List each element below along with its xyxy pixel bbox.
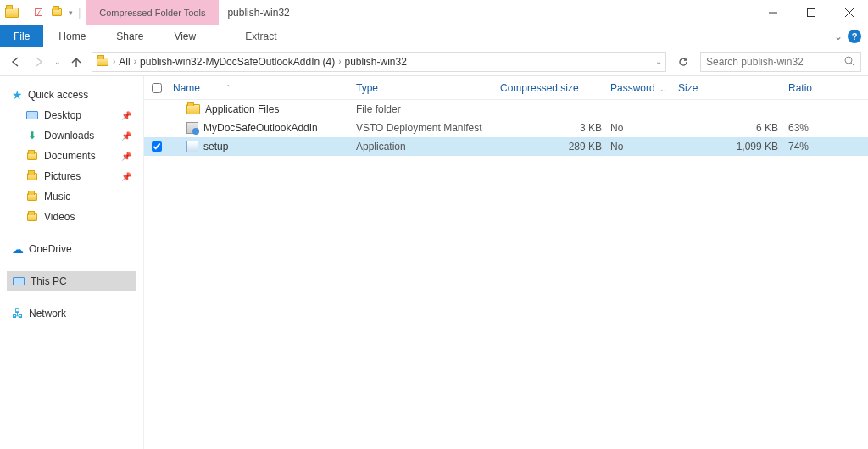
sidebar-item-label: Videos — [44, 211, 75, 223]
folder-icon — [186, 104, 200, 114]
sidebar-item-quick-access[interactable]: ★ Quick access — [7, 85, 136, 105]
row-checkbox[interactable] — [144, 141, 170, 152]
folder-icon — [96, 55, 109, 69]
sidebar-item-desktop[interactable]: Desktop 📌 — [7, 105, 136, 125]
sidebar-item-documents[interactable]: Documents 📌 — [7, 146, 136, 166]
history-dropdown-icon[interactable]: ⌄ — [54, 58, 61, 66]
sidebar-item-onedrive[interactable]: ☁ OneDrive — [7, 239, 136, 259]
close-button[interactable] — [830, 0, 868, 25]
breadcrumb-seg-2[interactable]: publish-win32 — [344, 56, 406, 68]
help-button[interactable]: ? — [848, 30, 861, 43]
address-dropdown-icon[interactable]: ⌄ — [655, 57, 662, 66]
back-icon — [9, 56, 21, 68]
close-icon — [845, 8, 854, 17]
rows-container: Application FilesFile folderMyDocSafeOut… — [144, 100, 868, 156]
search-placeholder: Search publish-win32 — [706, 56, 844, 68]
back-button[interactable] — [7, 53, 24, 70]
tab-file[interactable]: File — [0, 25, 43, 47]
row-compressed: 3 KB — [500, 122, 610, 134]
pictures-icon — [25, 169, 39, 183]
forward-button[interactable] — [31, 53, 47, 70]
ribbon: File Home Share View Extract ⌄ ? — [0, 25, 868, 47]
chevron-right-icon: › — [338, 57, 341, 66]
row-type: Application — [356, 141, 500, 152]
select-all-checkbox[interactable] — [144, 83, 170, 93]
column-name[interactable]: Name ⌃ — [170, 82, 356, 94]
column-password[interactable]: Password ... — [610, 82, 678, 94]
column-compressed[interactable]: Compressed size — [500, 82, 610, 94]
column-label: Type — [356, 82, 378, 94]
desktop-icon — [25, 108, 39, 122]
navigation-pane: ★ Quick access Desktop 📌 ⬇ Downloads 📌 D… — [0, 76, 144, 449]
sidebar-item-label: Music — [44, 191, 70, 202]
sort-indicator-icon: ⌃ — [225, 84, 231, 91]
window-title: publish-win32 — [219, 0, 289, 25]
qat-separator: | — [24, 7, 26, 19]
search-input[interactable]: Search publish-win32 — [700, 52, 861, 72]
table-row[interactable]: MyDocSafeOutlookAddInVSTO Deployment Man… — [144, 119, 868, 137]
column-label: Password ... — [610, 82, 666, 94]
sidebar-item-music[interactable]: Music — [7, 186, 136, 207]
column-label: Size — [678, 82, 698, 94]
sidebar-item-videos[interactable]: Videos — [7, 207, 136, 227]
breadcrumb[interactable]: › All› publish-win32-MyDocSafeOutlookAdd… — [92, 52, 666, 72]
column-headers: Name ⌃ Type Compressed size Password ...… — [144, 76, 868, 100]
breadcrumb-seg-1[interactable]: publish-win32-MyDocSafeOutlookAddIn (4)› — [140, 56, 341, 68]
column-size[interactable]: Size — [678, 82, 788, 94]
breadcrumb-seg-0[interactable]: All› — [119, 56, 136, 68]
tab-file-label: File — [14, 30, 30, 42]
breadcrumb-label: publish-win32 — [344, 56, 406, 68]
application-icon — [186, 141, 198, 152]
tab-view[interactable]: View — [159, 25, 211, 47]
sidebar-item-label: Downloads — [44, 130, 94, 141]
search-icon — [844, 56, 855, 67]
breadcrumb-label: All — [119, 56, 130, 68]
sidebar-item-pictures[interactable]: Pictures 📌 — [7, 166, 136, 186]
tab-share[interactable]: Share — [101, 25, 159, 47]
star-icon: ★ — [12, 88, 23, 102]
network-icon: 🖧 — [12, 307, 24, 320]
row-compressed: 289 KB — [500, 141, 610, 152]
table-row[interactable]: Application FilesFile folder — [144, 100, 868, 119]
row-type: File folder — [356, 103, 500, 115]
ribbon-collapse-icon[interactable]: ⌄ — [834, 30, 843, 42]
row-ratio: 74% — [788, 141, 868, 152]
row-size: 6 KB — [678, 122, 788, 134]
column-ratio[interactable]: Ratio — [788, 82, 868, 94]
main-area: ★ Quick access Desktop 📌 ⬇ Downloads 📌 D… — [0, 76, 868, 449]
column-label: Name — [173, 82, 200, 94]
maximize-button[interactable] — [792, 0, 830, 25]
tab-extract[interactable]: Extract — [211, 25, 310, 47]
folder-small-icon[interactable] — [50, 6, 64, 19]
row-name: MyDocSafeOutlookAddIn — [170, 122, 356, 134]
table-row[interactable]: setupApplication289 KBNo1,099 KB74% — [144, 137, 868, 156]
sidebar-item-label: Documents — [44, 150, 96, 162]
folder-icon — [5, 6, 19, 19]
file-name: MyDocSafeOutlookAddIn — [203, 122, 318, 134]
sidebar-item-label: Pictures — [44, 170, 81, 182]
file-name: setup — [203, 141, 228, 152]
tab-view-label: View — [174, 30, 196, 42]
maximize-icon — [807, 8, 815, 17]
sidebar-item-thispc[interactable]: This PC — [7, 271, 136, 291]
sidebar-item-label: This PC — [31, 275, 67, 287]
forward-icon — [33, 56, 45, 68]
tab-home[interactable]: Home — [43, 25, 101, 47]
onedrive-icon: ☁ — [12, 242, 24, 256]
row-name: Application Files — [170, 103, 356, 115]
sidebar-item-downloads[interactable]: ⬇ Downloads 📌 — [7, 125, 136, 146]
svg-line-5 — [851, 63, 854, 66]
vsto-icon — [186, 122, 198, 134]
videos-icon — [25, 210, 39, 224]
chevron-right-icon: › — [134, 57, 136, 66]
context-tab-compressed[interactable]: Compressed Folder Tools — [86, 0, 219, 25]
up-button[interactable] — [68, 53, 85, 70]
refresh-button[interactable] — [673, 56, 693, 68]
sidebar-item-label: Desktop — [44, 109, 81, 121]
properties-icon[interactable]: ☑ — [31, 6, 45, 19]
row-name: setup — [170, 141, 356, 152]
column-type[interactable]: Type — [356, 82, 500, 94]
qat-dropdown-icon[interactable]: ▾ — [69, 8, 73, 17]
minimize-button[interactable] — [754, 0, 792, 25]
sidebar-item-network[interactable]: 🖧 Network — [7, 303, 136, 324]
